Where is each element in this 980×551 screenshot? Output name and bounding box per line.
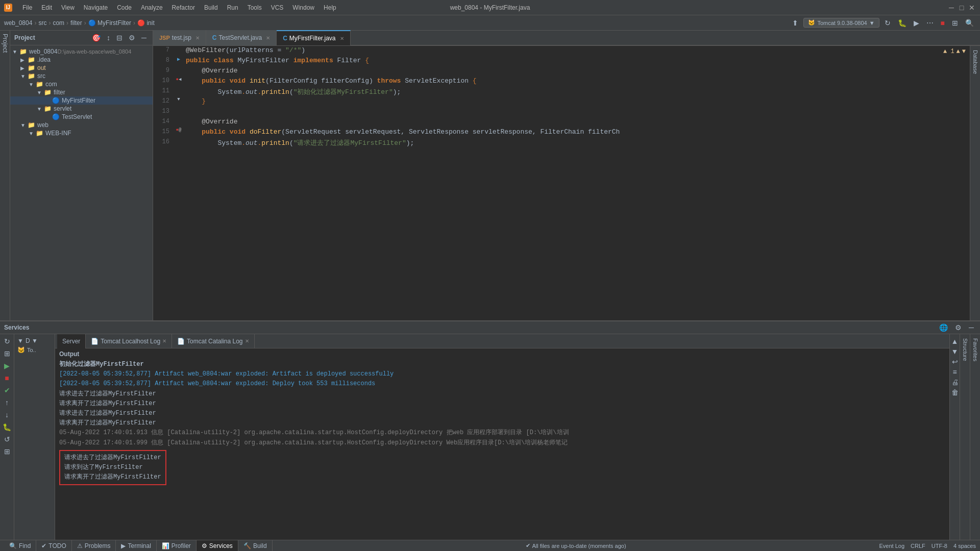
line-content-12[interactable]: } xyxy=(184,97,970,105)
menu-help[interactable]: Help xyxy=(320,3,340,12)
search2-icon[interactable]: 🔍 xyxy=(963,18,976,28)
close-catalina-log[interactable]: ✕ xyxy=(245,338,249,344)
line-content-14[interactable]: @Override xyxy=(184,117,970,126)
line-content-16[interactable]: System.out.println("请求进去了过滤器MyFirstFilte… xyxy=(184,138,970,147)
srv-deploy-icon[interactable]: ↑ xyxy=(4,397,10,408)
server-to-item[interactable]: 🐱 To.. xyxy=(16,345,53,355)
srv-stop-icon[interactable]: ■ xyxy=(4,373,10,383)
menu-view[interactable]: View xyxy=(57,3,79,12)
maximize-button[interactable]: □ xyxy=(958,4,966,12)
sort-icon[interactable]: ↕ xyxy=(105,33,112,43)
breadcrumb-com[interactable]: com xyxy=(53,19,64,27)
tab-test-jsp[interactable]: JSP test.jsp ✕ xyxy=(153,30,206,45)
srv-debug-icon[interactable]: 🐛 xyxy=(2,422,12,432)
line-content-8[interactable]: public class MyFirstFilter implements Fi… xyxy=(184,56,970,64)
tree-root[interactable]: ▼ 📁 web_0804 D:\java-web-space\web_0804 xyxy=(10,47,153,56)
warning-nav-up[interactable]: ▲ xyxy=(957,48,960,55)
minimize-button[interactable]: ─ xyxy=(947,4,955,12)
srv-scroll-down-icon[interactable]: ▼ xyxy=(949,346,961,357)
srv-arrow-down-icon[interactable]: ↓ xyxy=(4,410,10,420)
tomcat-selector[interactable]: 🐱 Tomcat 9.0.38-0804 ▼ xyxy=(803,18,879,28)
srv-wrap-icon[interactable]: ↩ xyxy=(950,357,960,367)
tree-filter[interactable]: ▼ 📁 filter xyxy=(10,88,153,96)
nav-arrow-icon[interactable]: ⬆ xyxy=(790,18,800,28)
srv-tab-localhost-log[interactable]: 📄 Tomcat Localhost Log ✕ xyxy=(86,334,172,348)
tab-testservlet[interactable]: C TestServlet.java ✕ xyxy=(206,30,277,45)
tree-src[interactable]: ▼ 📁 src xyxy=(10,72,153,80)
collapse-icon[interactable]: ⊟ xyxy=(114,33,125,43)
bottom-tab-profiler[interactable]: 📊 Profiler xyxy=(157,540,197,552)
line-content-10[interactable]: public void init(FilterConfig filterConf… xyxy=(184,77,970,85)
services-minimize-icon[interactable]: ─ xyxy=(967,322,976,333)
run-icon[interactable]: ▶ xyxy=(912,18,921,28)
bottom-tab-find[interactable]: 🔍 Find xyxy=(4,540,36,552)
project-icon[interactable]: Project xyxy=(1,33,10,54)
favorites-label[interactable]: Favorites xyxy=(971,334,979,365)
close-button[interactable]: ✕ xyxy=(968,4,976,12)
stop-icon[interactable]: ■ xyxy=(939,18,947,28)
tree-out[interactable]: ▶ 📁 out xyxy=(10,64,153,72)
database-label[interactable]: Database xyxy=(971,46,979,78)
tree-webinf[interactable]: ▼ 📁 WEB-INF xyxy=(10,129,153,137)
breadcrumb-method[interactable]: 🔴 init xyxy=(137,19,155,27)
server-tomcat-item[interactable]: ▼ D ▼ xyxy=(16,336,53,345)
srv-grid-icon[interactable]: ⊞ xyxy=(3,446,11,457)
menu-code[interactable]: Code xyxy=(113,3,136,12)
menu-navigate[interactable]: Navigate xyxy=(80,3,112,12)
line-content-15[interactable]: public void doFilter(ServletRequest serv… xyxy=(184,128,970,136)
bottom-tab-services[interactable]: ⚙ Services xyxy=(197,540,238,552)
event-log-link[interactable]: Event Log xyxy=(879,543,905,549)
srv-tab-server[interactable]: Server xyxy=(57,334,86,348)
menu-build[interactable]: Build xyxy=(200,3,222,12)
crlf-indicator[interactable]: CRLF xyxy=(911,543,925,549)
srv-check-icon[interactable]: ✔ xyxy=(3,385,11,395)
breadcrumb-file[interactable]: 🔵 MyFirstFilter xyxy=(88,19,131,27)
code-editor[interactable]: ▲ 1 ▲ ▼ 7 @WebFilter(urlPatterns = "/*")… xyxy=(153,46,970,320)
srv-run-icon[interactable]: ▶ xyxy=(3,361,11,371)
bottom-tab-build[interactable]: 🔨 Build xyxy=(238,540,273,552)
services-settings-icon[interactable]: ⚙ xyxy=(953,322,964,333)
menu-file[interactable]: File xyxy=(18,3,36,12)
menu-refactor[interactable]: Refactor xyxy=(168,3,199,12)
line-content-11[interactable]: System.out.println("初始化过滤器MyFirstFilter"… xyxy=(184,87,970,96)
close-testservlet[interactable]: ✕ xyxy=(266,35,270,41)
menu-tools[interactable]: Tools xyxy=(243,3,266,12)
services-globe-icon[interactable]: 🌐 xyxy=(937,322,950,333)
srv-tab-catalina-log[interactable]: 📄 Tomcat Catalina Log ✕ xyxy=(172,334,254,348)
breadcrumb-filter[interactable]: filter xyxy=(70,19,82,27)
settings-icon[interactable]: ⚙ xyxy=(127,33,137,43)
bottom-tab-problems[interactable]: ⚠ Problems xyxy=(72,540,116,552)
menu-window[interactable]: Window xyxy=(288,3,318,12)
line-content-9[interactable]: @Override xyxy=(184,66,970,74)
tree-idea[interactable]: ▶ 📁 .idea xyxy=(10,56,153,64)
debug-icon[interactable]: 🐛 xyxy=(896,18,909,28)
srv-trash-icon[interactable]: 🗑 xyxy=(949,387,961,397)
line-content-7[interactable]: @WebFilter(urlPatterns = "/*") xyxy=(184,46,970,54)
tree-web[interactable]: ▼ 📁 web xyxy=(10,121,153,129)
tree-testservlet[interactable]: 🔵 TestServlet xyxy=(10,113,153,121)
charset-indicator[interactable]: UTF-8 xyxy=(932,543,947,549)
srv-refresh-icon[interactable]: ↻ xyxy=(3,336,11,346)
breadcrumb-project[interactable]: web_0804 xyxy=(4,19,32,27)
close-panel-icon[interactable]: ─ xyxy=(139,33,149,43)
srv-reload-icon[interactable]: ↺ xyxy=(3,434,11,444)
tree-myfirstfilter[interactable]: 🔵 MyFirstFilter xyxy=(10,96,153,105)
menu-run[interactable]: Run xyxy=(223,3,242,12)
refresh-icon[interactable]: ↻ xyxy=(883,18,893,28)
tree-servlet[interactable]: ▼ 📁 servlet xyxy=(10,105,153,113)
close-localhost-log[interactable]: ✕ xyxy=(162,338,166,344)
bottom-tab-todo[interactable]: ✔ TODO xyxy=(36,540,71,552)
srv-print-icon[interactable]: 🖨 xyxy=(949,377,961,387)
close-test-jsp[interactable]: ✕ xyxy=(195,35,200,41)
menu-edit[interactable]: Edit xyxy=(37,3,56,12)
bottom-tab-terminal[interactable]: ▶ Terminal xyxy=(116,540,156,552)
srv-expand-icon[interactable]: ⊞ xyxy=(3,348,11,359)
breadcrumb-src[interactable]: src xyxy=(38,19,46,27)
menu-vcs[interactable]: VCS xyxy=(267,3,288,12)
menu-analyze[interactable]: Analyze xyxy=(137,3,167,12)
srv-align-icon[interactable]: ≡ xyxy=(950,367,959,377)
indent-indicator[interactable]: 4 spaces xyxy=(953,543,976,549)
structure-label[interactable]: Structure xyxy=(961,334,969,365)
output-area[interactable]: Output 初始化过滤器MyFirstFilter [2022-08-05 0… xyxy=(55,348,949,540)
scope-icon[interactable]: 🎯 xyxy=(90,33,103,43)
